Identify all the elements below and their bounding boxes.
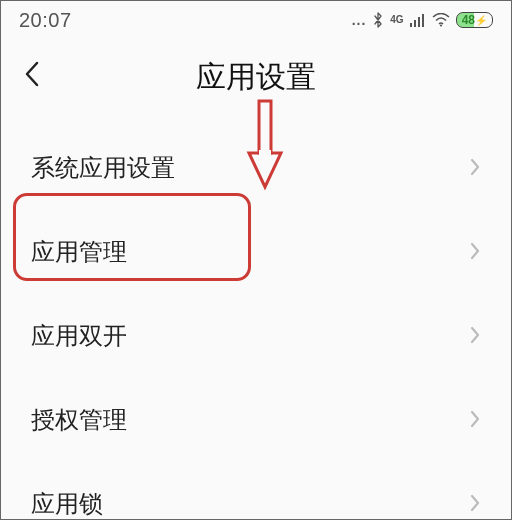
chevron-right-icon [469, 153, 481, 184]
signal-bars-icon [410, 13, 426, 27]
svg-rect-3 [422, 14, 424, 27]
svg-rect-2 [418, 17, 420, 27]
list-item-system-app-settings[interactable]: 系统应用设置 [9, 126, 503, 210]
chevron-right-icon [469, 237, 481, 268]
svg-point-4 [440, 24, 442, 26]
chevron-right-icon [469, 405, 481, 436]
list-item-label: 授权管理 [31, 404, 127, 436]
bluetooth-icon [372, 12, 384, 28]
list-item-permissions[interactable]: 授权管理 [9, 378, 503, 462]
list-item-app-management[interactable]: 应用管理 [9, 210, 503, 294]
page-title: 应用设置 [23, 57, 489, 98]
list-item-app-lock[interactable]: 应用锁 [9, 462, 503, 520]
svg-rect-0 [410, 23, 412, 27]
svg-rect-1 [414, 20, 416, 27]
chevron-right-icon [469, 321, 481, 352]
wifi-icon [432, 13, 450, 27]
list-item-label: 应用管理 [31, 236, 127, 268]
list-item-app-clone[interactable]: 应用双开 [9, 294, 503, 378]
list-item-label: 应用双开 [31, 320, 127, 352]
chevron-right-icon [469, 489, 481, 520]
list-item-label: 应用锁 [31, 488, 103, 520]
list-item-label: 系统应用设置 [31, 152, 175, 184]
signal-4g-icon: 4G [390, 15, 403, 25]
status-bar: 20:07 ... 4G 48⚡ [1, 1, 511, 39]
page-header: 应用设置 [1, 39, 511, 126]
status-time: 20:07 [19, 9, 72, 32]
status-indicators: ... 4G 48⚡ [352, 12, 493, 28]
more-icon: ... [352, 12, 367, 28]
battery-icon: 48⚡ [456, 12, 493, 28]
settings-list: 系统应用设置 应用管理 应用双开 授权管理 应用锁 [1, 126, 511, 520]
